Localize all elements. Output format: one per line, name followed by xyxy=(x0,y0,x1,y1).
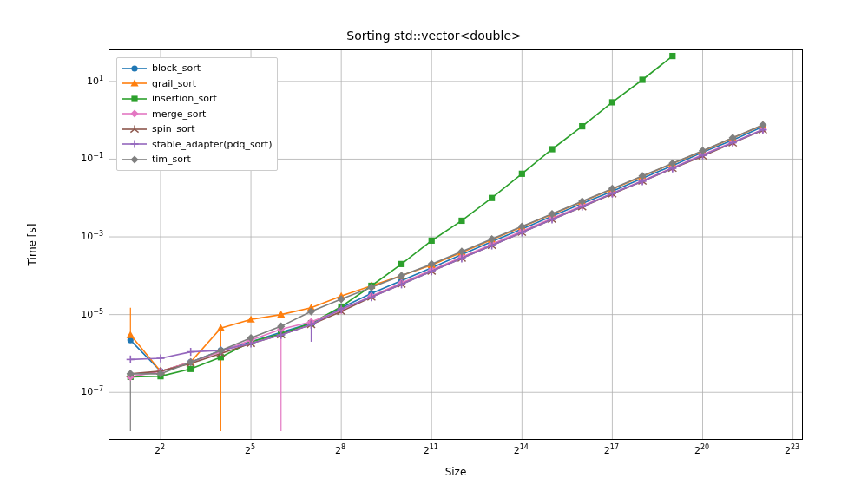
legend-item: insertion_sort xyxy=(122,91,272,107)
legend-item: tim_sort xyxy=(122,152,272,167)
y-tick: 10−7 xyxy=(72,385,103,398)
figure: Sorting std::vector<double> Time [s] blo… xyxy=(0,0,868,491)
svg-rect-42 xyxy=(187,366,194,372)
plot-area: block_sortgrail_sortinsertion_sortmerge_… xyxy=(108,49,803,440)
legend-item: grail_sort xyxy=(122,76,272,92)
legend-label: stable_adapter(pdq_sort) xyxy=(152,139,272,150)
x-tick: 217 xyxy=(604,443,619,456)
legend-label: grail_sort xyxy=(152,78,196,89)
y-tick: 101 xyxy=(72,75,103,88)
svg-rect-51 xyxy=(458,218,464,224)
legend-swatch xyxy=(122,154,147,166)
legend: block_sortgrail_sortinsertion_sortmerge_… xyxy=(116,57,278,171)
svg-point-170 xyxy=(131,65,137,71)
y-tick: 10−3 xyxy=(72,230,103,243)
x-axis-label: Size xyxy=(108,466,803,478)
svg-rect-52 xyxy=(489,195,495,201)
legend-swatch xyxy=(122,77,147,89)
svg-rect-55 xyxy=(579,123,585,129)
svg-rect-56 xyxy=(609,99,615,105)
y-tick: 10−5 xyxy=(72,307,103,320)
legend-label: spin_sort xyxy=(152,123,195,134)
x-tick: 211 xyxy=(424,443,438,456)
legend-label: block_sort xyxy=(152,62,201,74)
y-tick: 10−1 xyxy=(72,152,103,165)
legend-label: merge_sort xyxy=(152,108,206,120)
x-tick: 220 xyxy=(694,443,709,456)
legend-swatch xyxy=(122,108,147,120)
legend-swatch xyxy=(122,138,147,150)
x-tick: 223 xyxy=(785,443,799,456)
legend-item: spin_sort xyxy=(122,121,272,137)
legend-label: tim_sort xyxy=(152,154,191,165)
legend-swatch xyxy=(122,62,147,75)
x-tick: 28 xyxy=(335,443,345,456)
legend-swatch xyxy=(122,123,147,135)
svg-rect-53 xyxy=(519,171,525,177)
x-tick: 22 xyxy=(155,443,165,456)
x-tick: 25 xyxy=(245,443,255,456)
legend-swatch xyxy=(122,93,147,105)
svg-rect-49 xyxy=(398,261,404,267)
svg-rect-50 xyxy=(429,238,435,244)
svg-rect-173 xyxy=(131,95,137,101)
legend-label: insertion_sort xyxy=(152,93,217,104)
legend-item: merge_sort xyxy=(122,107,272,122)
chart-title: Sorting std::vector<double> xyxy=(0,29,868,43)
legend-item: block_sort xyxy=(122,61,272,76)
legend-item: stable_adapter(pdq_sort) xyxy=(122,137,272,153)
y-axis-label: Time [s] xyxy=(26,49,38,440)
svg-rect-58 xyxy=(669,53,675,59)
svg-rect-57 xyxy=(640,76,646,82)
svg-rect-54 xyxy=(549,146,555,152)
x-tick: 214 xyxy=(514,443,529,456)
